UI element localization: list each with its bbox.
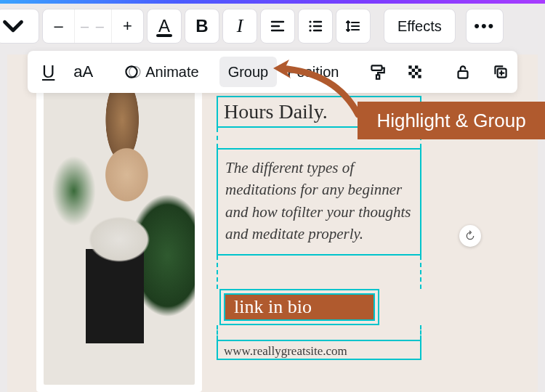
animate-icon (122, 62, 141, 81)
svg-rect-12 (415, 72, 418, 75)
svg-rect-5 (372, 65, 382, 70)
animate-label: Animate (145, 64, 198, 81)
svg-point-2 (309, 29, 311, 31)
uppercase-button[interactable]: aA (65, 57, 102, 87)
text-color-swatch (156, 34, 172, 37)
svg-point-3 (126, 66, 137, 77)
window-titlebar-gradient (0, 0, 545, 4)
photo-frame[interactable] (36, 54, 202, 392)
svg-rect-11 (409, 72, 412, 75)
spacing-button[interactable] (336, 9, 371, 44)
yoga-photo (44, 62, 195, 385)
text-color-button[interactable]: A (147, 9, 182, 44)
rotate-icon (464, 230, 476, 242)
paint-roller-icon (368, 62, 387, 81)
body-textbox[interactable]: The different types of meditations for a… (217, 148, 421, 256)
text-align-button[interactable] (260, 9, 295, 44)
align-left-icon (269, 17, 286, 35)
svg-rect-7 (409, 65, 412, 68)
font-size-decrease[interactable]: – (43, 17, 74, 36)
svg-rect-14 (419, 75, 421, 78)
transparency-button[interactable] (397, 57, 433, 87)
svg-rect-6 (376, 75, 379, 78)
lock-button[interactable] (445, 57, 481, 87)
svg-rect-8 (415, 65, 418, 68)
group-button[interactable]: Group (219, 57, 278, 87)
ellipsis-icon: ••• (474, 17, 495, 36)
selection-gap (217, 256, 421, 289)
text-color-glyph: A (158, 16, 170, 36)
bullet-list-icon (307, 17, 324, 35)
svg-point-1 (309, 25, 311, 27)
more-options-button[interactable]: ••• (466, 9, 504, 44)
copy-style-button[interactable] (359, 57, 395, 87)
position-button[interactable]: Position (278, 57, 347, 87)
svg-rect-10 (419, 69, 421, 72)
top-toolbar: – – – + A B I Effects ••• (0, 9, 504, 44)
link-badge[interactable]: link in bio (224, 293, 375, 321)
annotation-label: Highlight & Group (358, 102, 545, 139)
transparency-icon (405, 62, 424, 81)
duplicate-button[interactable] (483, 57, 519, 87)
svg-point-0 (309, 20, 311, 23)
effects-button[interactable]: Effects (384, 9, 456, 44)
italic-button[interactable]: I (222, 9, 257, 44)
line-spacing-icon (344, 17, 362, 35)
underline-button[interactable]: U (33, 57, 63, 87)
font-size-value[interactable]: – – (74, 9, 111, 43)
font-size-stepper[interactable]: – – – + (42, 9, 144, 44)
url-textbox[interactable]: www.reallygreatsite.com (217, 340, 421, 360)
selection-gap (217, 325, 421, 340)
rotate-handle[interactable] (459, 225, 481, 247)
list-button[interactable] (298, 9, 333, 44)
context-toolbar: U aA Animate Group Position (28, 51, 517, 93)
svg-rect-13 (412, 75, 415, 78)
duplicate-icon (491, 62, 510, 81)
selected-text-group[interactable]: Hours Daily. The different types of medi… (217, 96, 446, 392)
link-badge-selection[interactable]: link in bio (219, 289, 379, 325)
font-size-increase[interactable]: + (112, 17, 143, 36)
animate-button[interactable]: Animate (113, 57, 207, 87)
chevron-down-icon (0, 9, 30, 43)
bold-button[interactable]: B (185, 9, 219, 44)
svg-rect-9 (412, 69, 415, 72)
font-family-dropdown[interactable] (0, 9, 39, 44)
unlock-icon (453, 62, 472, 81)
svg-rect-15 (459, 71, 468, 78)
